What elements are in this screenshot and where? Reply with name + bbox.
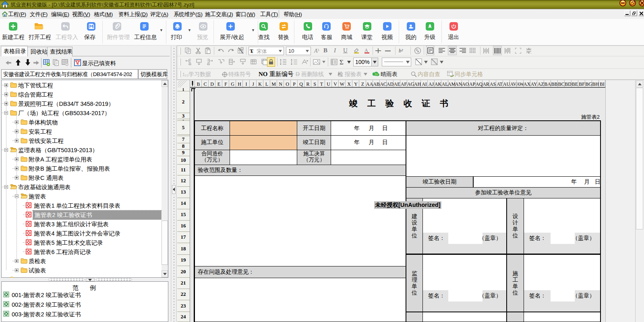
svg-text:A: A (364, 47, 368, 53)
svg-text:A: A (314, 48, 318, 54)
svg-text:a: a (417, 50, 419, 53)
svg-text:7c: 7c (375, 73, 378, 76)
